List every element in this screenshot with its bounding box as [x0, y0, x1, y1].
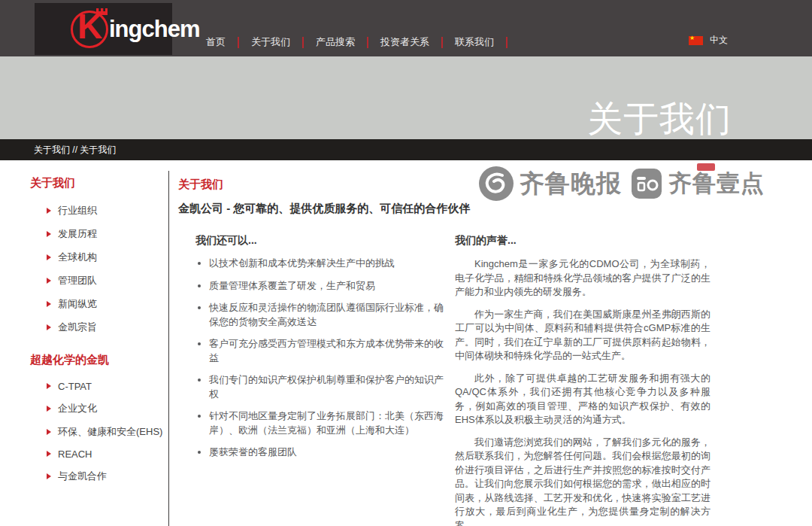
reputation-paragraph: 此外，除了可提供卓越的工艺研发服务和拥有强大的QA/QC体系外，我们还拥有其他核… — [455, 372, 710, 427]
nav-item-about[interactable]: 关于我们 — [239, 35, 302, 49]
triangle-bullet-icon — [47, 208, 51, 214]
capability-bullet: 针对不同地区量身定制了业务拓展部门：北美（东西海岸）、欧洲（法兰克福）和亚洲（上… — [209, 409, 444, 437]
sidebar-item-corporate-culture[interactable]: 企业文化 — [47, 397, 168, 420]
sidebar-item-label: 行业组织 — [58, 204, 97, 217]
capabilities-heading: 我们还可以... — [195, 234, 444, 248]
triangle-bullet-icon — [47, 406, 51, 412]
sidebar-item-label: 全球机构 — [58, 251, 97, 264]
capability-bullet: 质量管理体系覆盖了研发，生产和贸易 — [209, 279, 444, 293]
sidebar-item-label: 发展历程 — [58, 227, 97, 241]
sidebar-item-ctpat[interactable]: C-TPAT — [47, 375, 168, 397]
language-label: 中文 — [710, 34, 728, 47]
sidebar-section-title-beyond-chemistry[interactable]: 超越化学的金凯 — [30, 353, 168, 367]
logo-crown-icon — [96, 8, 108, 15]
sidebar-item-management-team[interactable]: 管理团队 — [47, 269, 168, 292]
sidebar-item-label: REACH — [58, 448, 92, 460]
main-content: 齐鲁晚报 齐鲁壹点 关于我们 金凯公司 - 您可靠的、提供优质服务的、可信任的合… — [169, 160, 812, 526]
page-title: 关于我们 — [178, 178, 741, 192]
reputation-paragraph: 我们邀请您浏览我们的网站，了解我们多元化的服务，然后联系我们，为您解答任何问题。… — [455, 436, 710, 526]
reputation-paragraph: 作为一家生产商，我们在美国威斯康星州圣弗朗西斯的工厂可以为中间体、原料药和辅料提… — [455, 308, 710, 363]
sidebar-section-title-about[interactable]: 关于我们 — [30, 176, 168, 190]
triangle-bullet-icon — [47, 278, 51, 284]
sidebar-item-label: 企业文化 — [58, 402, 97, 415]
triangle-bullet-icon — [47, 429, 51, 435]
capability-bullet: 以技术创新和成本优势来解决生产中的挑战 — [209, 257, 444, 271]
main-nav: 首页 关于我们 产品搜索 投资者关系 联系我们 — [194, 35, 508, 49]
sidebar-item-global-offices[interactable]: 全球机构 — [47, 245, 168, 269]
triangle-bullet-icon — [47, 383, 51, 389]
sidebar-item-reach[interactable]: REACH — [47, 443, 168, 464]
nav-item-contact[interactable]: 联系我们 — [443, 35, 506, 49]
page-subtitle: 金凯公司 - 您可靠的、提供优质服务的、可信任的合作伙伴 — [178, 202, 741, 216]
nav-item-product-search[interactable]: 产品搜索 — [304, 35, 367, 49]
top-header: K ingchem 首页 关于我们 产品搜索 投资者关系 联系我们 ★ 中文 — [0, 0, 812, 56]
watermark-red-tag — [697, 163, 715, 171]
sidebar-item-label: 管理团队 — [58, 274, 97, 287]
sidebar-item-news-overview[interactable]: 新闻纵览 — [47, 292, 168, 315]
nav-item-investor-relations[interactable]: 投资者关系 — [368, 35, 441, 49]
kingchem-page: K ingchem 首页 关于我们 产品搜索 投资者关系 联系我们 ★ 中文 关… — [0, 0, 812, 526]
reputation-paragraph: Kingchem是一家多元化的CDMO公司，为全球制药，电子化学品，精细和特殊化… — [455, 257, 710, 299]
china-flag-icon: ★ — [689, 36, 703, 45]
page-banner: 关于我们 — [0, 56, 812, 139]
capabilities-list: 以技术创新和成本优势来解决生产中的挑战 质量管理体系覆盖了研发，生产和贸易 快速… — [178, 257, 444, 460]
capability-bullet: 快速反应和灵活操作的物流团队遵循国际行业标准，确保您的货物安全高效送达 — [209, 301, 444, 329]
triangle-bullet-icon — [47, 231, 51, 237]
kingchem-logo[interactable]: K ingchem — [35, 3, 172, 55]
sidebar-item-kingchem-mission[interactable]: 金凯宗旨 — [47, 315, 168, 339]
reputation-heading: 我们的声誉... — [455, 234, 710, 248]
sidebar-item-label: C-TPAT — [58, 381, 92, 392]
sidebar: 关于我们 行业组织 发展历程 全球机构 管理团队 新闻纵览 金凯宗旨 超越化学的… — [0, 160, 168, 526]
language-switch[interactable]: ★ 中文 — [689, 34, 728, 47]
sidebar-item-development-history[interactable]: 发展历程 — [47, 222, 168, 245]
reputation-column: 我们的声誉... Kingchem是一家多元化的CDMO公司，为全球制药，电子化… — [455, 234, 710, 526]
logo-text: ingchem — [109, 16, 199, 43]
sidebar-item-ehs[interactable]: 环保、健康和安全(EHS) — [47, 420, 168, 443]
sidebar-item-label: 新闻纵览 — [58, 297, 97, 311]
triangle-bullet-icon — [47, 324, 51, 330]
capability-bullet: 客户可充分感受西方管理模式和东方成本优势带来的收益 — [209, 337, 444, 365]
content-area: 关于我们 行业组织 发展历程 全球机构 管理团队 新闻纵览 金凯宗旨 超越化学的… — [0, 160, 812, 526]
banner-title: 关于我们 — [587, 96, 732, 143]
triangle-bullet-icon — [47, 473, 51, 479]
sidebar-item-cooperate-with-kingchem[interactable]: 与金凯合作 — [47, 464, 168, 488]
triangle-bullet-icon — [47, 254, 51, 260]
capabilities-column: 我们还可以... 以技术创新和成本优势来解决生产中的挑战 质量管理体系覆盖了研发… — [178, 234, 444, 526]
two-column-layout: 我们还可以... 以技术创新和成本优势来解决生产中的挑战 质量管理体系覆盖了研发… — [178, 234, 741, 526]
triangle-bullet-icon — [47, 451, 51, 457]
sidebar-item-label: 与金凯合作 — [58, 470, 107, 483]
capability-bullet: 屡获荣誉的客服团队 — [209, 445, 444, 460]
nav-separator — [506, 37, 508, 48]
triangle-bullet-icon — [47, 301, 51, 307]
nav-item-home[interactable]: 首页 — [194, 35, 238, 49]
sidebar-menu-about: 行业组织 发展历程 全球机构 管理团队 新闻纵览 金凯宗旨 — [30, 199, 168, 339]
capability-bullet: 我们专门的知识产权保护机制尊重和保护客户的知识产权 — [209, 373, 444, 401]
sidebar-item-label: 金凯宗旨 — [58, 321, 97, 334]
sidebar-item-industry-organizations[interactable]: 行业组织 — [47, 199, 168, 222]
sidebar-item-label: 环保、健康和安全(EHS) — [58, 425, 162, 439]
sidebar-menu-beyond-chemistry: C-TPAT 企业文化 环保、健康和安全(EHS) REACH 与金凯合作 — [30, 375, 168, 488]
